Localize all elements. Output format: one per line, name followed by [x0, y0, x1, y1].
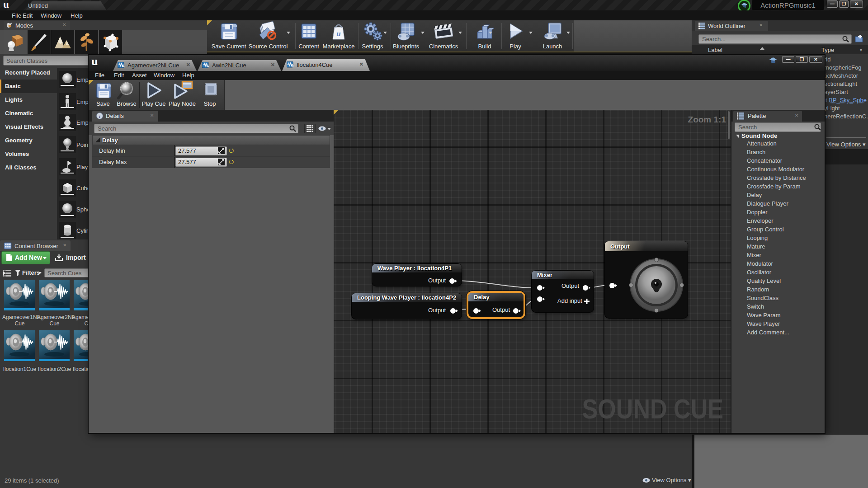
svg-text:u: u — [336, 29, 340, 38]
